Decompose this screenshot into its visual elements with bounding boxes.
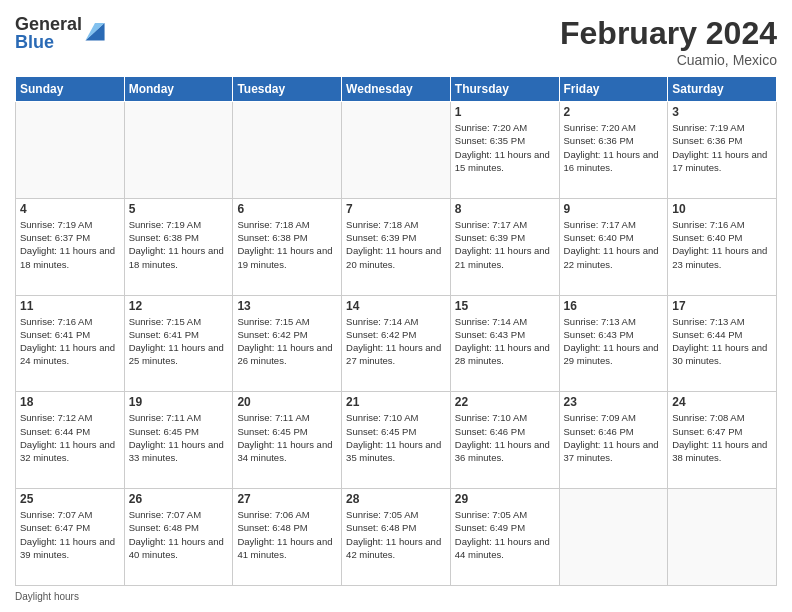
table-row: 25Sunrise: 7:07 AMSunset: 6:47 PMDayligh… bbox=[16, 489, 125, 586]
day-number: 5 bbox=[129, 202, 229, 216]
title-block: February 2024 Cuamio, Mexico bbox=[560, 15, 777, 68]
table-row: 23Sunrise: 7:09 AMSunset: 6:46 PMDayligh… bbox=[559, 392, 668, 489]
table-row: 13Sunrise: 7:15 AMSunset: 6:42 PMDayligh… bbox=[233, 295, 342, 392]
table-row bbox=[124, 102, 233, 199]
calendar-header-row: Sunday Monday Tuesday Wednesday Thursday… bbox=[16, 77, 777, 102]
table-row: 10Sunrise: 7:16 AMSunset: 6:40 PMDayligh… bbox=[668, 198, 777, 295]
day-number: 2 bbox=[564, 105, 664, 119]
table-row: 26Sunrise: 7:07 AMSunset: 6:48 PMDayligh… bbox=[124, 489, 233, 586]
col-thursday: Thursday bbox=[450, 77, 559, 102]
day-number: 1 bbox=[455, 105, 555, 119]
table-row: 9Sunrise: 7:17 AMSunset: 6:40 PMDaylight… bbox=[559, 198, 668, 295]
table-row: 28Sunrise: 7:05 AMSunset: 6:48 PMDayligh… bbox=[342, 489, 451, 586]
day-number: 13 bbox=[237, 299, 337, 313]
day-info: Sunrise: 7:15 AMSunset: 6:42 PMDaylight:… bbox=[237, 315, 337, 368]
col-friday: Friday bbox=[559, 77, 668, 102]
day-info: Sunrise: 7:05 AMSunset: 6:48 PMDaylight:… bbox=[346, 508, 446, 561]
day-info: Sunrise: 7:19 AMSunset: 6:38 PMDaylight:… bbox=[129, 218, 229, 271]
table-row bbox=[559, 489, 668, 586]
day-info: Sunrise: 7:16 AMSunset: 6:41 PMDaylight:… bbox=[20, 315, 120, 368]
day-info: Sunrise: 7:20 AMSunset: 6:36 PMDaylight:… bbox=[564, 121, 664, 174]
table-row: 5Sunrise: 7:19 AMSunset: 6:38 PMDaylight… bbox=[124, 198, 233, 295]
day-info: Sunrise: 7:17 AMSunset: 6:39 PMDaylight:… bbox=[455, 218, 555, 271]
header: General Blue February 2024 Cuamio, Mexic… bbox=[15, 15, 777, 68]
day-number: 23 bbox=[564, 395, 664, 409]
table-row: 17Sunrise: 7:13 AMSunset: 6:44 PMDayligh… bbox=[668, 295, 777, 392]
table-row: 1Sunrise: 7:20 AMSunset: 6:35 PMDaylight… bbox=[450, 102, 559, 199]
table-row bbox=[668, 489, 777, 586]
table-row: 20Sunrise: 7:11 AMSunset: 6:45 PMDayligh… bbox=[233, 392, 342, 489]
day-info: Sunrise: 7:10 AMSunset: 6:45 PMDaylight:… bbox=[346, 411, 446, 464]
day-number: 10 bbox=[672, 202, 772, 216]
day-number: 20 bbox=[237, 395, 337, 409]
day-number: 3 bbox=[672, 105, 772, 119]
day-info: Sunrise: 7:18 AMSunset: 6:38 PMDaylight:… bbox=[237, 218, 337, 271]
logo-blue: Blue bbox=[15, 33, 82, 51]
day-number: 21 bbox=[346, 395, 446, 409]
table-row: 8Sunrise: 7:17 AMSunset: 6:39 PMDaylight… bbox=[450, 198, 559, 295]
day-number: 19 bbox=[129, 395, 229, 409]
daylight-label: Daylight hours bbox=[15, 591, 79, 602]
col-monday: Monday bbox=[124, 77, 233, 102]
calendar-week-4: 25Sunrise: 7:07 AMSunset: 6:47 PMDayligh… bbox=[16, 489, 777, 586]
table-row: 29Sunrise: 7:05 AMSunset: 6:49 PMDayligh… bbox=[450, 489, 559, 586]
day-number: 18 bbox=[20, 395, 120, 409]
table-row: 19Sunrise: 7:11 AMSunset: 6:45 PMDayligh… bbox=[124, 392, 233, 489]
table-row bbox=[16, 102, 125, 199]
day-info: Sunrise: 7:13 AMSunset: 6:44 PMDaylight:… bbox=[672, 315, 772, 368]
day-info: Sunrise: 7:19 AMSunset: 6:36 PMDaylight:… bbox=[672, 121, 772, 174]
month-year: February 2024 bbox=[560, 15, 777, 52]
day-info: Sunrise: 7:20 AMSunset: 6:35 PMDaylight:… bbox=[455, 121, 555, 174]
table-row: 7Sunrise: 7:18 AMSunset: 6:39 PMDaylight… bbox=[342, 198, 451, 295]
day-number: 4 bbox=[20, 202, 120, 216]
calendar-table: Sunday Monday Tuesday Wednesday Thursday… bbox=[15, 76, 777, 586]
col-tuesday: Tuesday bbox=[233, 77, 342, 102]
calendar-week-0: 1Sunrise: 7:20 AMSunset: 6:35 PMDaylight… bbox=[16, 102, 777, 199]
table-row: 4Sunrise: 7:19 AMSunset: 6:37 PMDaylight… bbox=[16, 198, 125, 295]
col-wednesday: Wednesday bbox=[342, 77, 451, 102]
day-number: 28 bbox=[346, 492, 446, 506]
day-info: Sunrise: 7:15 AMSunset: 6:41 PMDaylight:… bbox=[129, 315, 229, 368]
day-info: Sunrise: 7:14 AMSunset: 6:43 PMDaylight:… bbox=[455, 315, 555, 368]
table-row: 15Sunrise: 7:14 AMSunset: 6:43 PMDayligh… bbox=[450, 295, 559, 392]
logo-icon bbox=[84, 20, 106, 42]
table-row: 14Sunrise: 7:14 AMSunset: 6:42 PMDayligh… bbox=[342, 295, 451, 392]
col-saturday: Saturday bbox=[668, 77, 777, 102]
day-info: Sunrise: 7:11 AMSunset: 6:45 PMDaylight:… bbox=[237, 411, 337, 464]
day-info: Sunrise: 7:09 AMSunset: 6:46 PMDaylight:… bbox=[564, 411, 664, 464]
day-info: Sunrise: 7:07 AMSunset: 6:48 PMDaylight:… bbox=[129, 508, 229, 561]
day-info: Sunrise: 7:08 AMSunset: 6:47 PMDaylight:… bbox=[672, 411, 772, 464]
table-row bbox=[233, 102, 342, 199]
day-number: 26 bbox=[129, 492, 229, 506]
page: General Blue February 2024 Cuamio, Mexic… bbox=[0, 0, 792, 612]
day-number: 11 bbox=[20, 299, 120, 313]
table-row: 18Sunrise: 7:12 AMSunset: 6:44 PMDayligh… bbox=[16, 392, 125, 489]
day-number: 15 bbox=[455, 299, 555, 313]
day-info: Sunrise: 7:07 AMSunset: 6:47 PMDaylight:… bbox=[20, 508, 120, 561]
location: Cuamio, Mexico bbox=[560, 52, 777, 68]
day-info: Sunrise: 7:19 AMSunset: 6:37 PMDaylight:… bbox=[20, 218, 120, 271]
calendar-week-1: 4Sunrise: 7:19 AMSunset: 6:37 PMDaylight… bbox=[16, 198, 777, 295]
table-row: 21Sunrise: 7:10 AMSunset: 6:45 PMDayligh… bbox=[342, 392, 451, 489]
day-number: 16 bbox=[564, 299, 664, 313]
calendar-week-2: 11Sunrise: 7:16 AMSunset: 6:41 PMDayligh… bbox=[16, 295, 777, 392]
calendar-week-3: 18Sunrise: 7:12 AMSunset: 6:44 PMDayligh… bbox=[16, 392, 777, 489]
day-number: 24 bbox=[672, 395, 772, 409]
day-number: 6 bbox=[237, 202, 337, 216]
table-row: 12Sunrise: 7:15 AMSunset: 6:41 PMDayligh… bbox=[124, 295, 233, 392]
day-info: Sunrise: 7:05 AMSunset: 6:49 PMDaylight:… bbox=[455, 508, 555, 561]
day-info: Sunrise: 7:11 AMSunset: 6:45 PMDaylight:… bbox=[129, 411, 229, 464]
day-info: Sunrise: 7:13 AMSunset: 6:43 PMDaylight:… bbox=[564, 315, 664, 368]
col-sunday: Sunday bbox=[16, 77, 125, 102]
table-row: 22Sunrise: 7:10 AMSunset: 6:46 PMDayligh… bbox=[450, 392, 559, 489]
day-number: 14 bbox=[346, 299, 446, 313]
table-row: 3Sunrise: 7:19 AMSunset: 6:36 PMDaylight… bbox=[668, 102, 777, 199]
day-info: Sunrise: 7:14 AMSunset: 6:42 PMDaylight:… bbox=[346, 315, 446, 368]
logo: General Blue bbox=[15, 15, 106, 51]
day-info: Sunrise: 7:18 AMSunset: 6:39 PMDaylight:… bbox=[346, 218, 446, 271]
table-row: 27Sunrise: 7:06 AMSunset: 6:48 PMDayligh… bbox=[233, 489, 342, 586]
day-number: 9 bbox=[564, 202, 664, 216]
day-info: Sunrise: 7:16 AMSunset: 6:40 PMDaylight:… bbox=[672, 218, 772, 271]
table-row bbox=[342, 102, 451, 199]
footer-note: Daylight hours bbox=[15, 591, 777, 602]
